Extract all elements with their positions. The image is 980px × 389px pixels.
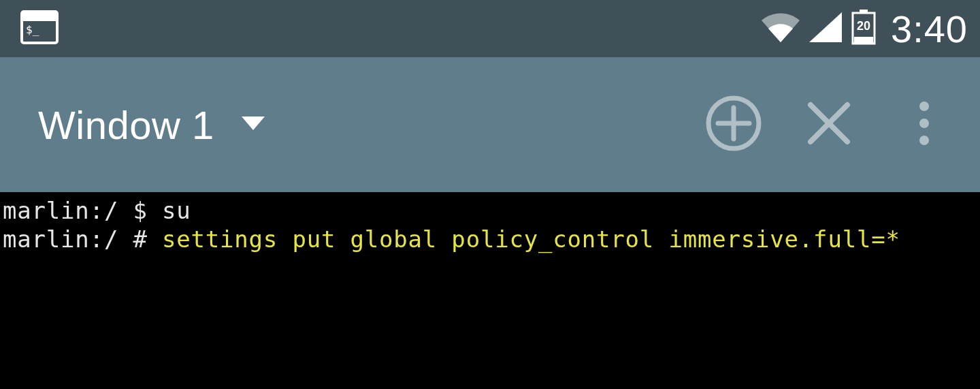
terminal-app-icon: $_ [20,10,59,47]
window-title-label: Window 1 [38,102,214,148]
overflow-menu-button[interactable] [890,91,958,159]
window-dropdown[interactable]: Window 1 [38,102,265,148]
battery-icon: 20 [851,10,876,48]
terminal-prompt: marlin:/ $ [3,197,162,224]
plus-circle-icon [706,95,762,154]
terminal-command: su [162,197,191,224]
android-status-bar: $_ 20 3:40 [0,0,980,57]
terminal-command: settings put global policy_control immer… [162,225,900,253]
svg-rect-5 [854,37,873,43]
more-vertical-icon [919,101,930,149]
svg-point-13 [919,136,929,145]
add-window-button[interactable] [700,91,768,159]
terminal-prompt: marlin:/ # [3,225,162,253]
terminal-app-bar: Window 1 [0,57,980,192]
svg-point-12 [919,119,929,128]
terminal-line: marlin:/ # settings put global policy_co… [3,225,977,253]
close-icon [806,101,851,149]
svg-rect-1 [22,12,57,21]
svg-text:$_: $_ [26,23,39,36]
terminal-line: marlin:/ $ su [3,196,977,225]
battery-level-text: 20 [857,19,870,33]
wifi-icon [762,12,800,45]
chevron-down-icon [242,116,265,133]
cell-signal-icon [809,12,842,45]
svg-point-11 [919,102,929,111]
status-bar-left: $_ [20,10,59,47]
terminal-output[interactable]: marlin:/ $ sumarlin:/ # settings put glo… [0,192,980,389]
close-window-button[interactable] [795,91,863,159]
status-bar-right: 20 3:40 [762,7,968,51]
status-bar-clock: 3:40 [891,7,968,51]
